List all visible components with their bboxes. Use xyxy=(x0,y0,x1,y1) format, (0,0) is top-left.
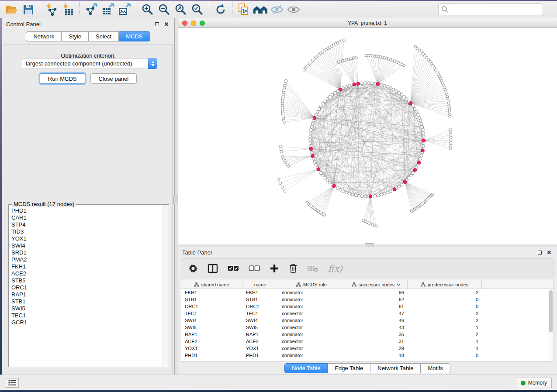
network-node[interactable] xyxy=(309,138,312,141)
network-node[interactable] xyxy=(403,95,406,98)
tab-network-table[interactable]: Network Table xyxy=(370,363,421,373)
network-node[interactable] xyxy=(392,88,395,91)
satellite-node[interactable] xyxy=(450,142,452,144)
save-session-button[interactable] xyxy=(20,2,37,17)
network-node[interactable] xyxy=(361,82,364,85)
network-node[interactable] xyxy=(311,122,314,125)
close-panel-button[interactable]: ✕ xyxy=(163,21,170,28)
list-item[interactable]: SWI5 xyxy=(11,305,163,312)
mcds-hub-node[interactable] xyxy=(353,83,356,86)
table-row[interactable]: YOX1YOX1connector291 xyxy=(181,345,548,352)
mcds-hub-node[interactable] xyxy=(356,82,360,86)
network-node[interactable] xyxy=(389,86,392,89)
network-node[interactable] xyxy=(400,93,403,96)
network-node[interactable] xyxy=(422,135,425,138)
network-node[interactable] xyxy=(309,141,312,144)
network-node[interactable] xyxy=(419,119,422,122)
show-all-button[interactable] xyxy=(285,2,302,17)
network-node[interactable] xyxy=(422,129,425,132)
network-node[interactable] xyxy=(345,86,348,89)
search-input[interactable] xyxy=(438,3,543,15)
select-all-button[interactable] xyxy=(228,262,239,275)
network-node[interactable] xyxy=(357,194,360,197)
satellite-node[interactable] xyxy=(355,56,357,59)
mcds-result-list[interactable]: PHD1CAR1STP4TID3YOX1SWI4SRD1PMA2FKH1ACE2… xyxy=(9,205,163,366)
tab-style[interactable]: Style xyxy=(62,31,89,41)
show-columns-button[interactable] xyxy=(208,262,218,275)
tab-select[interactable]: Select xyxy=(89,31,119,41)
satellite-node[interactable] xyxy=(450,139,452,141)
zoom-fit-button[interactable] xyxy=(173,2,189,17)
network-node[interactable] xyxy=(331,93,334,96)
list-item[interactable]: CAR1 xyxy=(11,214,163,221)
satellite-node[interactable] xyxy=(279,182,282,185)
list-item[interactable]: TID3 xyxy=(11,228,163,235)
mcds-hub-node[interactable] xyxy=(309,147,313,151)
memory-button[interactable]: Memory xyxy=(516,378,552,388)
export-image-button[interactable] xyxy=(116,2,133,17)
mcds-hub-node[interactable] xyxy=(421,149,425,152)
network-node[interactable] xyxy=(364,82,367,85)
mcds-hub-node[interactable] xyxy=(332,184,336,188)
satellite-node[interactable] xyxy=(410,210,413,213)
satellite-node[interactable] xyxy=(450,134,452,136)
network-node[interactable] xyxy=(318,107,321,110)
network-node[interactable] xyxy=(364,195,367,198)
mcds-hub-node[interactable] xyxy=(409,102,412,105)
close-panel-button[interactable]: ✕ xyxy=(546,249,553,256)
tab-motifs[interactable]: Motifs xyxy=(421,363,450,373)
network-node[interactable] xyxy=(315,163,318,166)
table-row[interactable]: SWI5SWI5connector431 xyxy=(181,324,548,331)
add-column-button[interactable] xyxy=(270,262,279,275)
network-node[interactable] xyxy=(322,102,325,105)
satellite-node[interactable] xyxy=(343,39,345,41)
network-node[interactable] xyxy=(422,132,425,135)
mcds-hub-node[interactable] xyxy=(422,139,426,142)
network-node[interactable] xyxy=(333,91,336,94)
list-item[interactable]: SRD1 xyxy=(11,249,163,256)
list-item[interactable]: FKH1 xyxy=(11,263,163,270)
deselect-all-button[interactable] xyxy=(249,262,260,275)
mcds-hub-node[interactable] xyxy=(417,161,421,165)
delete-column-button[interactable] xyxy=(289,262,298,275)
mcds-hub-node[interactable] xyxy=(403,180,407,184)
network-node[interactable] xyxy=(354,194,357,197)
list-item[interactable]: ACE2 xyxy=(11,270,163,277)
network-node[interactable] xyxy=(412,172,415,175)
float-panel-button[interactable] xyxy=(536,249,543,256)
delete-table-button[interactable] xyxy=(307,262,318,275)
network-node[interactable] xyxy=(420,122,423,125)
satellite-node[interactable] xyxy=(281,186,284,189)
network-node[interactable] xyxy=(380,83,383,86)
network-node[interactable] xyxy=(322,174,325,177)
scrollbar-thumb[interactable] xyxy=(549,290,553,332)
network-node[interactable] xyxy=(329,181,332,184)
satellite-node[interactable] xyxy=(449,147,452,150)
satellite-node[interactable] xyxy=(306,201,308,204)
optimization-criterion-select[interactable]: largest connected component (undirected) xyxy=(21,58,157,69)
network-node[interactable] xyxy=(420,154,423,157)
network-node[interactable] xyxy=(309,135,312,138)
close-mcds-panel-button[interactable]: Close panel xyxy=(90,73,137,84)
satellite-node[interactable] xyxy=(362,219,365,222)
mcds-hub-node[interactable] xyxy=(339,88,342,91)
list-item[interactable]: STP4 xyxy=(11,221,163,228)
column-header-predecessor-nodes[interactable]: predecessor nodes xyxy=(408,280,482,289)
table-row[interactable]: FKH1FKH1dominator962 xyxy=(181,289,548,296)
satellite-node[interactable] xyxy=(450,136,452,139)
network-node[interactable] xyxy=(386,86,389,89)
list-item[interactable]: ORC1 xyxy=(11,284,163,291)
network-node[interactable] xyxy=(415,110,418,113)
column-header-mcds-role[interactable]: MCDS role xyxy=(278,280,345,289)
table-row[interactable]: TEC1TEC1connector472 xyxy=(181,310,548,317)
satellite-node[interactable] xyxy=(352,56,355,59)
network-node[interactable] xyxy=(361,195,364,198)
tab-mcds[interactable]: MCDS xyxy=(119,31,150,41)
import-table-button[interactable] xyxy=(60,2,76,17)
table-row[interactable]: ACE2ACE2connector311 xyxy=(181,338,548,345)
network-node[interactable] xyxy=(389,190,392,193)
network-node[interactable] xyxy=(380,193,383,196)
network-node[interactable] xyxy=(400,183,403,186)
table-scrollbar[interactable] xyxy=(548,289,553,361)
network-node[interactable] xyxy=(326,179,329,182)
